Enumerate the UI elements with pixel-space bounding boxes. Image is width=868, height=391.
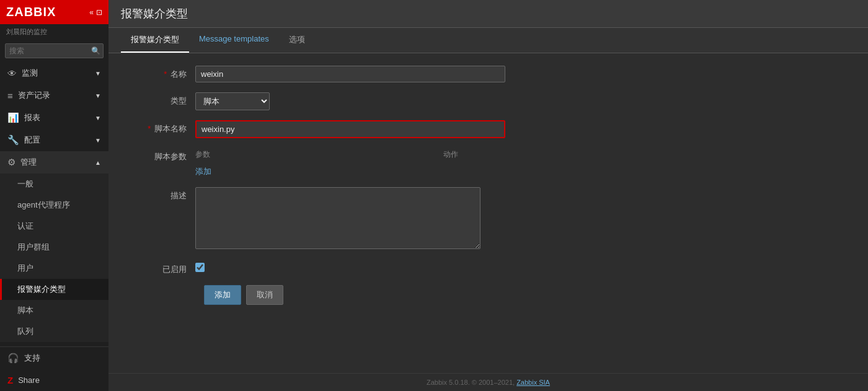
sidebar-subitem-auth[interactable]: 认证 xyxy=(0,216,108,237)
manage-icon: ⚙ xyxy=(7,157,16,168)
sidebar-item-support[interactable]: 🎧 支持 xyxy=(0,347,108,369)
action-col-header: 动作 xyxy=(443,149,480,160)
script-name-field xyxy=(195,120,505,138)
name-field xyxy=(195,66,505,82)
sidebar-subitem-user-group[interactable]: 用户群组 xyxy=(0,237,108,258)
name-label: * 名称 xyxy=(127,66,195,80)
sidebar-item-monitor[interactable]: 👁 监测 ▼ xyxy=(0,62,108,84)
sidebar-item-config[interactable]: 🔧 配置 ▼ xyxy=(0,129,108,151)
footer-link[interactable]: Zabbix SIA xyxy=(516,379,550,386)
logo-icons: « ⊡ xyxy=(89,8,102,17)
script-params-row: 脚本参数 参数 动作 添加 xyxy=(127,148,849,177)
sidebar-item-share-label: Share xyxy=(18,376,40,385)
param-col-header: 参数 xyxy=(195,149,443,160)
main-content: 报警媒介类型 报警媒介类型 Message templates 选项 * 名称 … xyxy=(108,0,868,391)
sidebar-item-assets-label: 资产记录 xyxy=(18,90,50,101)
search-input[interactable] xyxy=(5,43,104,58)
script-params-header: 参数 动作 xyxy=(195,148,480,161)
tab-options[interactable]: 选项 xyxy=(279,28,315,53)
name-input[interactable] xyxy=(195,66,505,82)
type-select[interactable]: 脚本 电子邮件 SMS xyxy=(195,92,270,110)
config-icon: 🔧 xyxy=(7,134,19,146)
sidebar-item-share[interactable]: Z Share xyxy=(0,369,108,391)
enabled-label: 已启用 xyxy=(127,261,195,275)
sidebar-item-manage[interactable]: ⚙ 管理 ▲ xyxy=(0,151,108,174)
enabled-checkbox-wrapper xyxy=(195,261,505,272)
sidebar-subitem-users[interactable]: 用户 xyxy=(0,258,108,279)
tab-message-templates[interactable]: Message templates xyxy=(189,28,279,53)
monitor-icon: 👁 xyxy=(7,68,17,79)
sidebar-item-assets[interactable]: ≡ 资产记录 ▼ xyxy=(0,84,108,107)
tab-alert-media[interactable]: 报警媒介类型 xyxy=(121,28,189,53)
name-row: * 名称 xyxy=(127,66,849,82)
chevron-right-icon: ▼ xyxy=(95,70,101,77)
share-icon: Z xyxy=(7,375,13,385)
footer: Zabbix 5.0.18. © 2001–2021, Zabbix SIA xyxy=(108,373,868,391)
description-label: 描述 xyxy=(127,187,195,201)
cancel-button[interactable]: 取消 xyxy=(246,285,283,305)
sidebar-item-reports-label: 报表 xyxy=(24,112,40,123)
add-param-link[interactable]: 添加 xyxy=(195,166,211,177)
page-header: 报警媒介类型 xyxy=(108,0,868,28)
script-name-row: * 脚本名称 xyxy=(127,120,849,138)
assets-icon: ≡ xyxy=(7,90,13,101)
required-star-name: * xyxy=(164,69,167,79)
script-params-label: 脚本参数 xyxy=(127,148,195,162)
chevron-right-icon-reports: ▼ xyxy=(95,115,101,121)
add-button[interactable]: 添加 xyxy=(204,285,241,305)
sidebar-item-support-label: 支持 xyxy=(24,353,40,364)
script-params-table: 参数 动作 xyxy=(195,148,480,161)
type-row: 类型 脚本 电子邮件 SMS xyxy=(127,92,849,110)
type-field: 脚本 电子邮件 SMS xyxy=(195,92,505,110)
required-star-script: * xyxy=(148,124,151,133)
reports-icon: 📊 xyxy=(7,112,19,123)
sidebar-subitem-scripts[interactable]: 脚本 xyxy=(0,300,108,321)
script-name-label: * 脚本名称 xyxy=(127,120,195,134)
sidebar: ZABBIX « ⊡ 刘晨阳的监控 🔍 👁 监测 ▼ ≡ 资产记录 ▼ 📊 报表… xyxy=(0,0,108,391)
collapse-icon[interactable]: « xyxy=(89,8,94,17)
enabled-checkbox[interactable] xyxy=(195,263,205,272)
chevron-up-icon: ▲ xyxy=(95,159,101,166)
chevron-right-icon-config: ▼ xyxy=(95,137,101,144)
chevron-right-icon-assets: ▼ xyxy=(95,92,101,99)
enabled-field xyxy=(195,261,505,272)
sidebar-item-monitor-label: 监测 xyxy=(22,68,38,79)
sidebar-item-manage-label: 管理 xyxy=(20,157,37,168)
sidebar-bottom: 🎧 支持 Z Share xyxy=(0,346,108,391)
sidebar-subitem-queue[interactable]: 队列 xyxy=(0,321,108,342)
script-params-field: 参数 动作 添加 xyxy=(195,148,505,177)
description-row: 描述 xyxy=(127,187,849,251)
enabled-row: 已启用 xyxy=(127,261,849,275)
form-actions: 添加 取消 xyxy=(127,285,849,305)
sidebar-item-reports[interactable]: 📊 报表 ▼ xyxy=(0,107,108,129)
support-icon: 🎧 xyxy=(7,353,19,364)
script-name-input[interactable] xyxy=(195,120,505,138)
description-textarea[interactable] xyxy=(195,187,480,249)
sidebar-subitem-alert-media[interactable]: 报警媒介类型 xyxy=(0,279,108,300)
sidebar-logo: ZABBIX « ⊡ xyxy=(0,0,108,24)
tab-bar: 报警媒介类型 Message templates 选项 xyxy=(108,28,868,53)
description-field xyxy=(195,187,505,251)
sidebar-item-config-label: 配置 xyxy=(24,134,40,146)
search-icon[interactable]: 🔍 xyxy=(91,46,100,55)
sidebar-subitem-general[interactable]: 一般 xyxy=(0,174,108,195)
type-label: 类型 xyxy=(127,92,195,107)
logo-text: ZABBIX xyxy=(6,5,56,19)
page-title: 报警媒介类型 xyxy=(121,6,856,21)
footer-text: Zabbix 5.0.18. © 2001–2021, xyxy=(427,379,515,386)
sidebar-search-wrapper: 🔍 xyxy=(0,40,108,62)
expand-icon[interactable]: ⊡ xyxy=(96,8,102,17)
form-content: * 名称 类型 脚本 电子邮件 SMS * 脚 xyxy=(108,53,868,373)
sidebar-subitem-agent-proxy[interactable]: agent代理程序 xyxy=(0,195,108,216)
sidebar-subtitle: 刘晨阳的监控 xyxy=(0,24,108,40)
